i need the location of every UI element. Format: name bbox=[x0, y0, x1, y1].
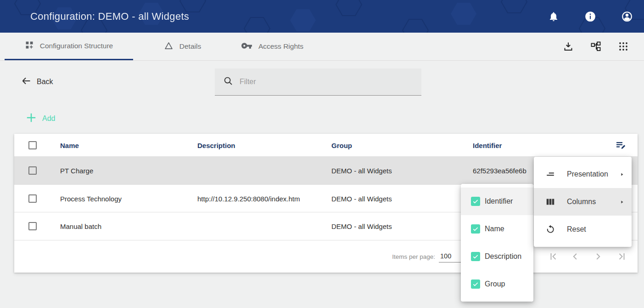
reset-icon bbox=[545, 224, 555, 234]
row-checkbox[interactable] bbox=[28, 166, 37, 175]
apps-grid-icon[interactable] bbox=[618, 41, 629, 52]
account-icon[interactable] bbox=[621, 11, 633, 23]
tab-label: Configuration Structure bbox=[40, 42, 113, 50]
key-icon bbox=[241, 40, 252, 53]
plus-icon bbox=[25, 112, 37, 125]
cell-identifier: 62f5293ea56fe6b bbox=[473, 167, 526, 175]
menu-item-label: Reset bbox=[567, 225, 586, 234]
items-per-page-label: Items per page: bbox=[392, 253, 435, 260]
menu-item-presentation[interactable]: Presentation bbox=[534, 160, 632, 188]
prev-page-icon[interactable] bbox=[570, 251, 581, 262]
warning-triangle-icon bbox=[164, 41, 174, 52]
column-header-description[interactable]: Description bbox=[197, 141, 235, 149]
submenu-item-label: Description bbox=[485, 252, 521, 261]
checked-checkbox-icon[interactable] bbox=[471, 279, 480, 289]
tab-access-rights[interactable]: Access Rights bbox=[231, 33, 314, 60]
app-header: Configuration: DEMO - all Widgets bbox=[0, 0, 644, 33]
back-button[interactable]: Back bbox=[21, 75, 53, 89]
tab-details[interactable]: Details bbox=[156, 33, 209, 60]
hierarchy-icon[interactable] bbox=[590, 41, 601, 52]
tab-label: Access Rights bbox=[258, 42, 303, 51]
cell-name: PT Charge bbox=[60, 167, 93, 175]
first-page-icon[interactable] bbox=[548, 251, 559, 262]
presentation-lines-icon bbox=[545, 169, 555, 179]
cell-group: DEMO - all Widgets bbox=[331, 222, 392, 230]
back-arrow-icon bbox=[21, 75, 32, 88]
column-header-identifier[interactable]: Identifier bbox=[473, 141, 502, 149]
column-header-name[interactable]: Name bbox=[60, 141, 79, 149]
cell-name: Manual batch bbox=[60, 222, 101, 230]
cell-group: DEMO - all Widgets bbox=[331, 167, 392, 175]
page-title: Configuration: DEMO - all Widgets bbox=[30, 0, 189, 33]
checked-checkbox-icon[interactable] bbox=[471, 252, 480, 261]
columns-icon bbox=[545, 197, 555, 207]
app-window: Configuration: DEMO - all Widgets Config… bbox=[0, 0, 644, 308]
tab-label: Details bbox=[179, 42, 201, 51]
cell-name: Process Technology bbox=[60, 194, 122, 202]
submenu-item-label: Identifier bbox=[485, 197, 513, 205]
submenu-item-label: Group bbox=[485, 280, 505, 288]
submenu-item-label: Name bbox=[485, 225, 504, 233]
menu-item-reset[interactable]: Reset bbox=[534, 216, 632, 243]
submenu-item-identifier[interactable]: Identifier bbox=[461, 188, 533, 215]
filter-input[interactable] bbox=[234, 68, 421, 95]
menu-item-label: Columns bbox=[567, 198, 596, 206]
submenu-item-group[interactable]: Group bbox=[461, 270, 533, 298]
columns-submenu: Identifier Name Description Group bbox=[461, 184, 533, 302]
tab-bar: Configuration Structure Details Access R… bbox=[0, 33, 644, 61]
add-button[interactable]: Add bbox=[25, 112, 55, 125]
dashboard-customize-icon bbox=[25, 40, 34, 51]
submenu-arrow-icon bbox=[620, 199, 624, 205]
column-header-group[interactable]: Group bbox=[331, 141, 352, 149]
row-checkbox[interactable] bbox=[28, 222, 37, 230]
table-header-row: Name Description Group Identifier bbox=[14, 134, 638, 157]
filter-field bbox=[215, 68, 421, 96]
tabbar-actions bbox=[563, 33, 629, 60]
submenu-item-description[interactable]: Description bbox=[461, 243, 533, 270]
edit-columns-icon[interactable] bbox=[616, 140, 627, 151]
menu-item-columns[interactable]: Columns bbox=[534, 188, 632, 216]
download-icon[interactable] bbox=[563, 41, 574, 52]
tab-configuration-structure[interactable]: Configuration Structure bbox=[5, 33, 133, 60]
checked-checkbox-icon[interactable] bbox=[471, 197, 480, 206]
info-icon[interactable] bbox=[584, 11, 596, 23]
notifications-icon[interactable] bbox=[548, 11, 560, 23]
next-page-icon[interactable] bbox=[593, 251, 604, 262]
appbar-actions bbox=[548, 0, 633, 33]
cell-group: DEMO - all Widgets bbox=[331, 194, 392, 202]
submenu-arrow-icon bbox=[620, 171, 624, 177]
menu-item-label: Presentation bbox=[567, 170, 608, 178]
table-context-menu: Presentation Columns Reset bbox=[534, 157, 632, 247]
back-label: Back bbox=[37, 78, 53, 86]
search-icon bbox=[223, 76, 234, 88]
select-all-checkbox[interactable] bbox=[28, 141, 37, 149]
items-per-page-select[interactable]: 100 bbox=[439, 251, 464, 262]
submenu-item-name[interactable]: Name bbox=[461, 215, 533, 243]
last-page-icon[interactable] bbox=[616, 251, 627, 262]
row-checkbox[interactable] bbox=[28, 194, 37, 203]
add-label: Add bbox=[42, 114, 55, 123]
checked-checkbox-icon[interactable] bbox=[471, 224, 480, 234]
cell-description: http://10.12.9.250:8080/index.htm bbox=[197, 194, 300, 202]
